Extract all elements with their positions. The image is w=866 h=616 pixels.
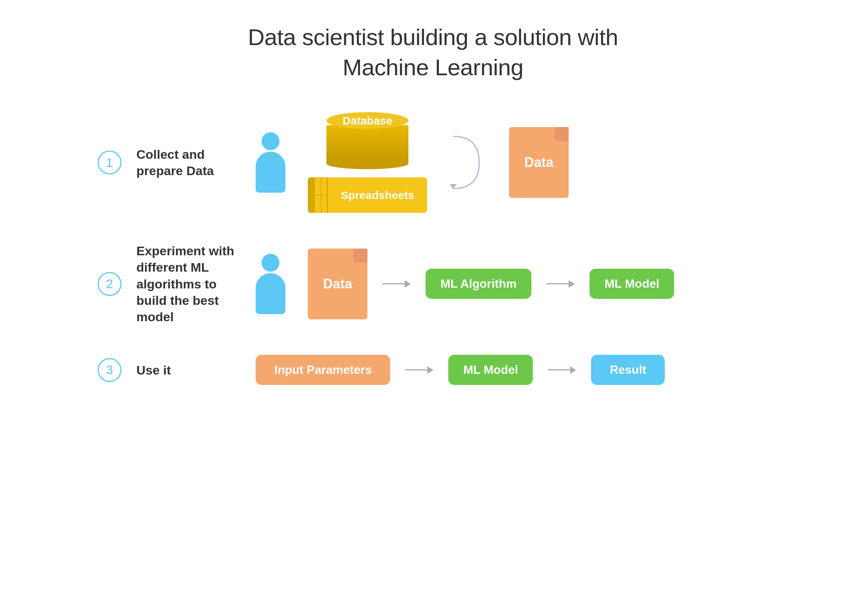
page-title: Data scientist building a solution with …	[248, 22, 618, 82]
arrow-3a	[405, 366, 433, 374]
svg-marker-0	[450, 184, 457, 189]
step-3-circle: 3	[97, 358, 121, 382]
step-1-person	[256, 132, 285, 193]
spreadsheets-grid	[314, 178, 328, 213]
curved-arrow-step1	[446, 125, 490, 200]
curved-arrow-svg	[446, 125, 490, 200]
arrow-line-3a	[405, 369, 427, 371]
arrow-head-3a	[427, 366, 433, 374]
spreadsheets-border	[308, 178, 314, 213]
arrow-3b	[548, 366, 576, 374]
spreadsheets-label: Spreadsheets	[328, 189, 427, 202]
db-bottom	[327, 158, 409, 169]
data-file-corner-2-svg	[353, 248, 368, 263]
person-body-2	[256, 273, 285, 314]
person-head-1	[262, 132, 280, 150]
db-top: Database	[327, 112, 409, 129]
step-1-label: Collect and prepare Data	[137, 146, 241, 179]
step-2-person	[256, 254, 285, 314]
step-2-input-label: Data	[323, 276, 352, 292]
grid-cell-4	[321, 195, 327, 213]
step-1-diagram: Database Spreadsheets	[308, 112, 769, 213]
result-box: Result	[591, 355, 665, 385]
step-3-diagram: Input Parameters ML Model Result	[256, 355, 769, 385]
arrow-2b	[546, 280, 575, 288]
arrow-line-2a	[382, 283, 405, 284]
step-1-circle: 1	[97, 151, 121, 174]
step-1-output-label: Data	[524, 155, 553, 170]
arrow-line-2b	[546, 283, 569, 284]
db-body	[327, 125, 409, 159]
database-cylinder: Database	[327, 112, 409, 174]
step-2-data-file: Data	[308, 248, 368, 319]
step-2-circle: 2	[97, 272, 121, 296]
step-2-diagram: Data ML Algorithm ML Model	[308, 248, 769, 319]
ml-algorithm-box: ML Algorithm	[426, 269, 531, 299]
step-2-label: Experiment with different ML algorithms …	[137, 243, 241, 325]
arrow-head-2b	[569, 280, 575, 288]
arrow-2a	[382, 280, 411, 288]
step-2-row: 2 Experiment with different ML algorithm…	[97, 243, 769, 325]
db-label: Database	[343, 115, 392, 127]
step-1-row: 1 Collect and prepare Data Database	[97, 112, 769, 213]
svg-marker-1	[555, 127, 569, 141]
step-3-row: 3 Use it Input Parameters ML Model Resul…	[97, 355, 769, 385]
input-parameters-box: Input Parameters	[256, 355, 390, 385]
arrow-head-3b	[570, 366, 576, 374]
data-file-corner-svg	[555, 127, 569, 141]
arrow-line-3b	[548, 369, 570, 371]
person-body-1	[256, 152, 285, 193]
db-spreadsheet-group: Database Spreadsheets	[308, 112, 427, 213]
grid-cell-2	[321, 178, 327, 195]
arrow-head-2a	[405, 280, 411, 288]
svg-marker-2	[353, 248, 368, 263]
steps-container: 1 Collect and prepare Data Database	[97, 112, 769, 385]
ml-model-box-step2: ML Model	[589, 269, 674, 299]
spreadsheets-box: Spreadsheets	[308, 178, 427, 213]
grid-cell-3	[314, 195, 321, 213]
step-3-label: Use it	[137, 362, 241, 378]
ml-model-box-step3: ML Model	[448, 355, 533, 385]
person-head-2	[262, 254, 280, 272]
step-1-data-file: Data	[509, 127, 569, 198]
grid-cell-1	[314, 178, 321, 195]
